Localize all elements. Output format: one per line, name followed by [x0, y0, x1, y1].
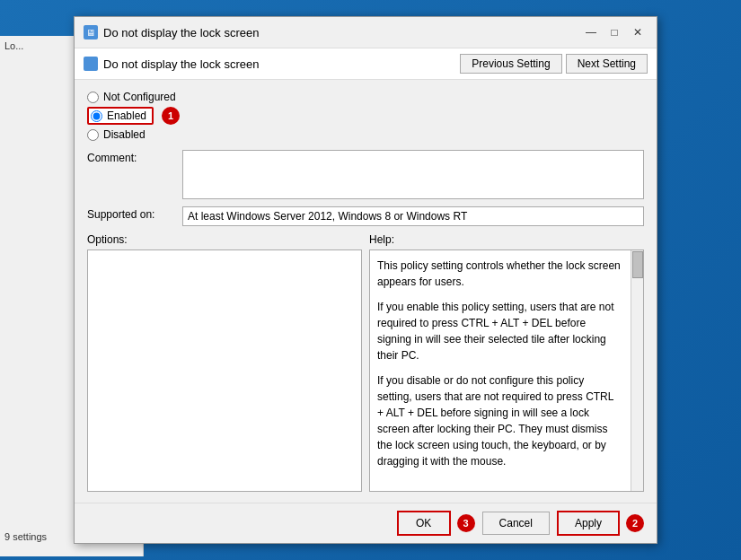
help-text-content: This policy setting controls whether the… [377, 258, 636, 469]
disabled-radio[interactable] [87, 129, 99, 141]
help-scrollbar[interactable] [631, 250, 643, 491]
badge-2: 2 [626, 514, 644, 532]
ok-button-wrapper: OK 3 [397, 511, 475, 536]
disabled-label: Disabled [103, 128, 146, 141]
options-help-section: Options: Help: This policy setting contr… [87, 233, 644, 492]
dialog-subtitle-text: Do not display the lock screen [103, 57, 259, 71]
help-scrollbar-thumb[interactable] [632, 251, 643, 278]
dialog-subtitle-icon [84, 57, 98, 71]
apply-button-wrapper: Apply 2 [557, 511, 644, 536]
badge-1: 1 [162, 107, 180, 125]
comment-label: Comment: [87, 150, 177, 164]
nav-buttons: Previous Setting Next Setting [460, 54, 648, 74]
dialog-subtitle-left: Do not display the lock screen [84, 57, 259, 71]
previous-setting-button[interactable]: Previous Setting [460, 54, 561, 74]
dialog-titlebar: 🖥 Do not display the lock screen — □ ✕ [75, 17, 657, 48]
next-setting-button[interactable]: Next Setting [566, 54, 648, 74]
help-box: This policy setting controls whether the… [369, 249, 644, 492]
close-button[interactable]: ✕ [628, 22, 648, 42]
enabled-radio[interactable] [91, 110, 102, 122]
not-configured-option[interactable]: Not Configured [87, 91, 644, 103]
help-para-1: This policy setting controls whether the… [377, 258, 622, 290]
disabled-option[interactable]: Disabled [87, 128, 644, 141]
dialog-subtitle-bar: Do not display the lock screen Previous … [75, 48, 657, 80]
policy-dialog: 🖥 Do not display the lock screen — □ ✕ D… [74, 16, 657, 544]
enabled-radio-wrapper[interactable]: Enabled [87, 107, 154, 125]
supported-on-label: Supported on: [87, 206, 177, 221]
supported-on-section: Supported on: At least Windows Server 20… [87, 206, 644, 226]
enabled-option-row: Enabled 1 [87, 107, 644, 125]
dialog-footer: OK 3 Cancel Apply 2 [75, 503, 657, 543]
ok-button[interactable]: OK [397, 511, 451, 536]
badge-3: 3 [457, 514, 475, 532]
apply-button[interactable]: Apply [557, 511, 620, 536]
help-para-3: If you disable or do not configure this … [377, 372, 622, 469]
help-para-2: If you enable this policy setting, users… [377, 299, 622, 363]
dialog-controls: — □ ✕ [581, 22, 648, 42]
comment-section: Comment: [87, 150, 644, 199]
dialog-title-text: Do not display the lock screen [103, 26, 259, 39]
help-section: Help: This policy setting controls wheth… [369, 233, 644, 492]
not-configured-label: Not Configured [103, 91, 176, 103]
dialog-title-icon: 🖥 [84, 25, 98, 39]
options-box [87, 249, 362, 492]
options-section: Options: [87, 233, 362, 492]
supported-on-value: At least Windows Server 2012, Windows 8 … [182, 206, 644, 226]
help-label: Help: [369, 233, 644, 246]
dialog-title-left: 🖥 Do not display the lock screen [84, 25, 259, 39]
options-label: Options: [87, 233, 362, 246]
maximize-button[interactable]: □ [604, 22, 624, 42]
radio-group: Not Configured Enabled 1 Disabled [87, 91, 644, 141]
dialog-body: Not Configured Enabled 1 Disabled Commen… [75, 80, 657, 503]
cancel-button[interactable]: Cancel [482, 512, 550, 535]
minimize-button[interactable]: — [581, 22, 601, 42]
gpe-status-bar: 9 settings [4, 531, 47, 542]
not-configured-radio[interactable] [87, 92, 99, 103]
enabled-label: Enabled [107, 109, 146, 122]
comment-textarea[interactable] [182, 150, 644, 199]
